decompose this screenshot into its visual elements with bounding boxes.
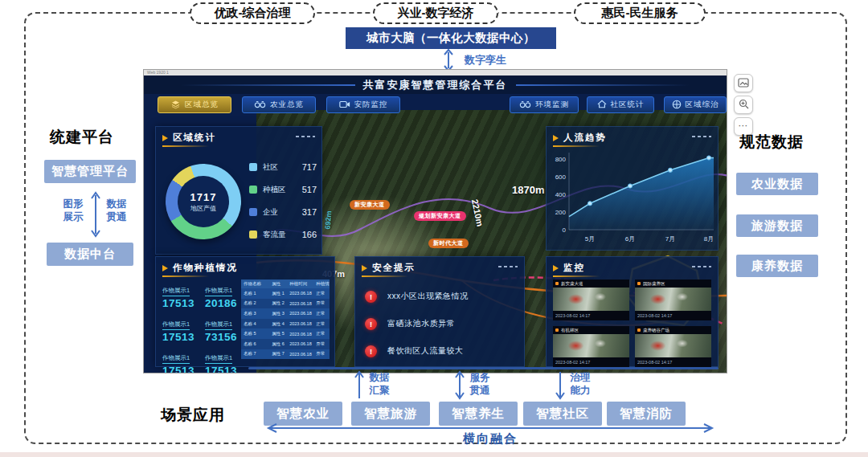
table-row: 名称 2 属性 2 2023.06.18 异常 <box>241 299 330 309</box>
layers-icon <box>170 100 181 111</box>
crop-stat: 作物展示1 17513 <box>205 349 240 373</box>
dashboard-header: 共富安康智慧管理综合平台 <box>144 75 727 94</box>
crop-table-header: 作物名称 属性 种植时间 种植情况 <box>241 280 330 288</box>
cell-name: 名称 1 <box>241 291 269 296</box>
panel-crops-header: 作物种植情况 <box>156 257 334 275</box>
region-legend: 社区 717 种植区 517 企业 317 <box>249 156 317 246</box>
panel-alerts-title: 安全提示 <box>372 262 416 274</box>
cell-name: 名称 5 <box>241 331 269 337</box>
data-through-label: 数据贯通 <box>104 198 129 224</box>
svg-text:6月: 6月 <box>625 235 635 243</box>
app-wellness-label: 智慧养生 <box>452 406 505 422</box>
nav-community-stats[interactable]: 社区统计 <box>587 96 654 113</box>
governance-label: 治理能力 <box>568 371 592 398</box>
scene-apps-title: 场景应用 <box>161 405 225 426</box>
nav-env-monitor[interactable]: 环境监测 <box>510 96 579 113</box>
city-brain-box: 城市大脑（一体化大数据中心） <box>346 27 556 49</box>
svg-text:8月: 8月 <box>704 235 714 243</box>
nav-region-governance[interactable]: 区域综治 <box>664 96 727 113</box>
legend-row: 社区 717 <box>249 156 317 178</box>
legend-row: 种植区 517 <box>249 178 317 201</box>
zoom-tool-button[interactable] <box>734 96 753 114</box>
horizontal-scrollbar[interactable] <box>248 367 719 369</box>
cell-attr: 属性 1 <box>269 291 287 296</box>
crop-stat-value: 73156 <box>205 331 240 343</box>
app-firefighting-box: 智慧消防 <box>607 402 686 426</box>
alert-item[interactable]: ! 餐饮街区人流量较大 <box>365 337 518 365</box>
alert-text: 富硒泳池水质异常 <box>387 318 455 329</box>
binoculars-icon <box>254 100 266 110</box>
globe-icon <box>672 100 682 111</box>
cell-date: 2023.06.18 <box>287 341 313 346</box>
panel-flow-trend-title: 人流趋势 <box>563 132 607 144</box>
camera-rec-icon <box>555 328 559 332</box>
nav-agri-overview[interactable]: 农业总览 <box>242 96 316 113</box>
app-tourism-box: 智慧旅游 <box>351 402 430 426</box>
header-line-right <box>516 84 690 86</box>
nav-community-stats-label: 社区统计 <box>611 100 645 110</box>
crop-stat-value: 20186 <box>205 297 240 309</box>
cell-name: 名称 6 <box>241 341 269 347</box>
legend-swatch <box>249 186 257 194</box>
app-community-label: 智慧社区 <box>536 406 589 422</box>
road-badge-2: 规划新安康大道 <box>414 211 466 221</box>
crop-stat-label: 作物展示1 <box>205 287 232 296</box>
alert-icon: ! <box>365 291 377 303</box>
camera-timestamp: 2023-08-02 14:17 <box>553 357 629 367</box>
donut-center: 1717 地区产值 <box>178 176 229 227</box>
video-camera-icon <box>339 100 350 110</box>
alert-item[interactable]: ! 富硒泳池水质异常 <box>365 310 518 337</box>
crop-stat: 作物展示1 17513 <box>162 349 197 373</box>
crop-stat: 作物展示1 73156 <box>205 315 240 343</box>
crop-stat-label: 作物展示1 <box>162 320 190 330</box>
crop-stat: 作物展示1 20186 <box>205 281 240 309</box>
cell-date: 2023.06.18 <box>287 301 313 306</box>
panel-marker-icon <box>162 265 168 271</box>
legend-value: 517 <box>302 185 317 194</box>
cell-status: 异常 <box>313 341 330 347</box>
zoom-in-icon <box>739 98 749 112</box>
pill-livelihood-label: 惠民-民生服务 <box>602 6 678 21</box>
nav-region-overview[interactable]: 区域总览 <box>158 96 231 113</box>
camera-tile[interactable]: 国际康养区 2023-08-02 14:17 <box>635 280 711 320</box>
crop-stat-value: 17513 <box>162 331 197 343</box>
col-attr: 属性 <box>269 281 287 287</box>
nav-security-monitor[interactable]: 安防监控 <box>326 96 400 113</box>
image-tool-button[interactable] <box>734 74 753 92</box>
camera-image <box>553 334 629 357</box>
panel-marker-icon <box>553 265 559 271</box>
pill-livelihood: 惠民-民生服务 <box>574 2 706 24</box>
crop-stat-label: 作物展示1 <box>162 287 190 296</box>
digital-twin-label: 数字孪生 <box>465 53 506 67</box>
dashboard-window: Web 1920 1 新安康大道 规划新安康大道 新时代大道 1870m 221… <box>143 69 727 373</box>
camera-tile[interactable]: 新安康大道 2023-08-02 14:17 <box>553 280 629 320</box>
cell-attr: 属性 5 <box>269 331 287 337</box>
cell-name: 名称 7 <box>241 351 269 357</box>
nav-agri-overview-label: 农业总览 <box>270 100 304 110</box>
cell-attr: 属性 6 <box>269 341 287 347</box>
panel-crops-title: 作物种植情况 <box>173 262 238 274</box>
crop-stat: 作物展示1 17513 <box>162 315 197 343</box>
service-through-arrow-icon <box>454 370 465 400</box>
table-row: 名称 5 属性 5 2023.06.18 正常 <box>241 328 330 339</box>
cell-status: 正常 <box>313 331 330 337</box>
alert-item[interactable]: ! xxx小区出现紧急情况 <box>365 283 518 310</box>
alert-icon: ! <box>365 345 377 357</box>
cell-attr: 属性 7 <box>269 351 287 357</box>
right-column-title: 规范数据 <box>739 132 804 153</box>
legend-swatch <box>249 163 257 171</box>
col-name: 作物名称 <box>241 281 269 287</box>
legend-row: 企业 317 <box>249 201 317 223</box>
panel-deco-dashes <box>498 266 518 267</box>
data-gather-arrow-icon <box>354 370 365 400</box>
cell-attr: 属性 2 <box>269 300 287 306</box>
graph-display-label: 图形展示 <box>61 198 85 224</box>
panel-alerts: 安全提示 ! xxx小区出现紧急情况 ! 富硒泳池水质异常 <box>354 256 525 367</box>
data-middle-platform-box: 数据中台 <box>47 243 133 266</box>
left-column-title: 统建平台 <box>50 127 114 148</box>
camera-rec-icon <box>637 282 641 285</box>
smart-mgmt-platform-box: 智慧管理平台 <box>44 160 136 183</box>
camera-tile[interactable]: 康养硒谷广场 2023-08-02 14:17 <box>635 326 711 367</box>
camera-tile[interactable]: 有机林区 2023-08-02 14:17 <box>553 326 629 367</box>
page-bottom-strip <box>0 452 868 457</box>
